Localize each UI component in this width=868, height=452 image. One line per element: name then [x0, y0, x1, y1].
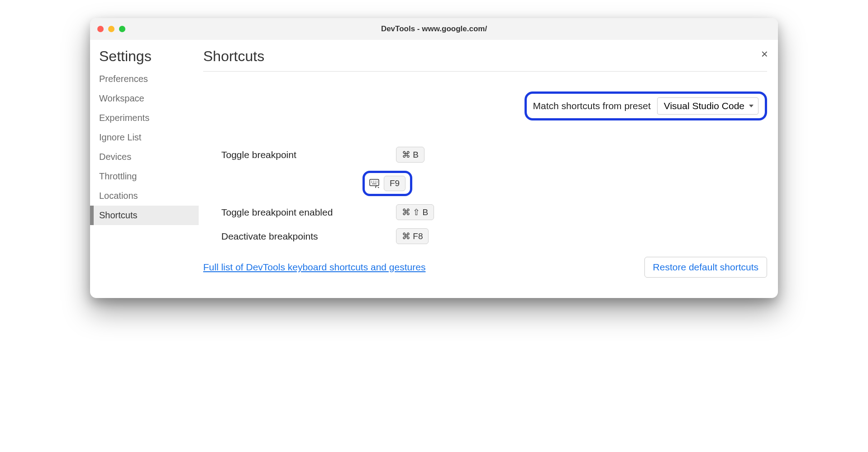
preset-select[interactable]: Visual Studio Code	[657, 97, 758, 115]
preset-row: Match shortcuts from preset Visual Studi…	[203, 91, 767, 120]
shortcut-label: Toggle breakpoint enabled	[221, 207, 380, 218]
f9-highlight-box: F9	[362, 171, 412, 196]
sidebar-item-workspace[interactable]: Workspace	[90, 89, 199, 108]
shortcuts-list: Toggle breakpoint ⌘ B	[203, 147, 767, 244]
keyboard-shortcut-icon	[369, 179, 380, 188]
sidebar-item-throttling[interactable]: Throttling	[90, 167, 199, 186]
page-heading: Shortcuts	[203, 48, 767, 72]
sidebar-item-preferences[interactable]: Preferences	[90, 69, 199, 89]
shortcut-key-chip[interactable]: ⌘ F8	[396, 228, 429, 244]
shortcut-key-chip[interactable]: ⌘ B	[396, 147, 424, 163]
bottom-row: Full list of DevTools keyboard shortcuts…	[203, 257, 767, 278]
sidebar-item-devices[interactable]: Devices	[90, 147, 199, 167]
maximize-window-button[interactable]	[119, 26, 125, 32]
shortcut-row-f9: F9	[221, 171, 767, 196]
settings-sidebar: Settings Preferences Workspace Experimen…	[90, 40, 199, 298]
preset-selected-value: Visual Studio Code	[664, 101, 744, 111]
sidebar-item-shortcuts[interactable]: Shortcuts	[90, 206, 199, 225]
minimize-window-button[interactable]	[108, 26, 114, 32]
restore-default-shortcuts-button[interactable]: Restore default shortcuts	[644, 257, 767, 278]
window-title: DevTools - www.google.com/	[90, 24, 778, 34]
chevron-down-icon	[749, 105, 754, 107]
shortcut-label: Deactivate breakpoints	[221, 231, 380, 242]
shortcut-key-chip[interactable]: F9	[384, 176, 405, 191]
sidebar-item-experiments[interactable]: Experiments	[90, 108, 199, 128]
shortcut-row-toggle-breakpoint: Toggle breakpoint ⌘ B	[221, 147, 767, 163]
window-titlebar: DevTools - www.google.com/	[90, 18, 778, 40]
close-settings-button[interactable]: ×	[761, 48, 768, 60]
shortcut-row-deactivate-breakpoints: Deactivate breakpoints ⌘ F8	[221, 228, 767, 244]
shortcut-label: Toggle breakpoint	[221, 149, 380, 160]
shortcut-row-toggle-breakpoint-enabled: Toggle breakpoint enabled ⌘ ⇧ B	[221, 204, 767, 220]
settings-heading: Settings	[90, 48, 199, 69]
settings-main: Shortcuts Match shortcuts from preset Vi…	[199, 40, 778, 298]
preset-highlight-box: Match shortcuts from preset Visual Studi…	[525, 91, 768, 120]
sidebar-item-locations[interactable]: Locations	[90, 186, 199, 206]
settings-content: × Settings Preferences Workspace Experim…	[90, 40, 778, 298]
preset-label: Match shortcuts from preset	[533, 101, 651, 111]
sidebar-item-ignore-list[interactable]: Ignore List	[90, 128, 199, 147]
shortcut-key-chip[interactable]: ⌘ ⇧ B	[396, 204, 434, 220]
devtools-settings-window: DevTools - www.google.com/ × Settings Pr…	[90, 18, 778, 298]
close-window-button[interactable]	[97, 26, 104, 32]
full-list-link[interactable]: Full list of DevTools keyboard shortcuts…	[203, 262, 425, 273]
traffic-lights	[97, 26, 125, 32]
